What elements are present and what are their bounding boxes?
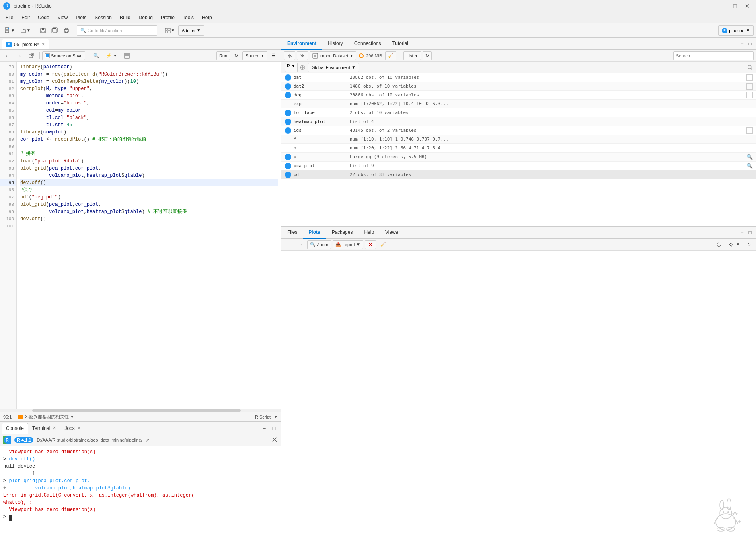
env-maximize-button[interactable]: □	[746, 40, 754, 47]
env-item-ids[interactable]: ids 43145 obs. of 2 variables	[281, 126, 756, 135]
print-button[interactable]	[61, 25, 72, 36]
global-env-button[interactable]: Global Environment ▼	[308, 63, 360, 72]
env-item-n[interactable]: n num [1:20, 1:22] 2.66 4.71 4.7 6.4...	[281, 144, 756, 153]
menu-item-session[interactable]: Session	[90, 13, 116, 22]
env-tab-connections[interactable]: Connections	[349, 38, 387, 50]
env-item-p[interactable]: p Large gg (9 elements, 5.5 MB) 🔍	[281, 153, 756, 162]
goto-file-input[interactable]: 🔍 Go to file/function	[77, 25, 157, 36]
dat2-checkbox[interactable]	[746, 83, 753, 90]
broom-button[interactable]: 🧹	[385, 51, 396, 60]
prev-plot-button[interactable]: ←	[284, 240, 294, 249]
open-button[interactable]: ▼	[18, 25, 33, 36]
menu-item-help[interactable]: Help	[198, 13, 216, 22]
console-tab-jobs[interactable]: Jobs ✕	[60, 423, 84, 434]
files-maximize-button[interactable]: □	[746, 229, 754, 236]
menu-item-tools[interactable]: Tools	[179, 13, 198, 22]
env-search-input[interactable]	[673, 51, 754, 60]
menu-item-plots[interactable]: Plots	[72, 13, 91, 22]
env-item-pca-plot[interactable]: pca_plot List of 9 🔍	[281, 162, 756, 170]
compile-button[interactable]	[121, 51, 133, 60]
new-file-button[interactable]: ▼	[2, 25, 17, 36]
editor-tab-plots[interactable]: R 05_plots.R* ✕	[2, 39, 49, 49]
menu-item-debug[interactable]: Debug	[135, 13, 157, 22]
main-layout: R 05_plots.R* ✕ ← → Source on Save	[0, 38, 756, 542]
remove-plot-button[interactable]	[365, 240, 376, 249]
menu-item-view[interactable]: View	[53, 13, 72, 22]
addins-button[interactable]: Addins ▼	[178, 25, 205, 36]
ids-checkbox[interactable]	[746, 127, 753, 134]
show-in-new-window[interactable]	[26, 51, 37, 60]
more-button[interactable]: ☰	[269, 51, 279, 60]
refresh-button[interactable]: ↻	[423, 51, 432, 60]
env-tab-tutorial[interactable]: Tutorial	[386, 38, 414, 50]
editor-scrollbar[interactable]	[0, 409, 281, 412]
env-item-deg[interactable]: deg 20866 obs. of 10 variables	[281, 91, 756, 100]
env-item-heatmap-plot[interactable]: heatmap_plot List of 4	[281, 117, 756, 126]
menu-item-file[interactable]: File	[2, 13, 17, 22]
maximize-button[interactable]: □	[729, 0, 741, 12]
pca-plot-zoom-icon[interactable]: 🔍	[746, 163, 753, 169]
console-tab-terminal[interactable]: Terminal ✕	[28, 423, 60, 434]
env-item-for-label[interactable]: for_label 2 obs. of 10 variables	[281, 108, 756, 117]
console-maximize-button[interactable]: □	[270, 424, 278, 432]
env-item-dat2[interactable]: dat2 1486 obs. of 10 variables	[281, 82, 756, 91]
files-tab-files[interactable]: Files	[281, 227, 303, 239]
source-button[interactable]: Source ▼	[242, 51, 267, 60]
back-button[interactable]: ←	[2, 51, 12, 60]
rerun-button[interactable]: ↻	[232, 51, 241, 60]
load-workspace-button[interactable]	[284, 51, 295, 60]
code-line-91: # 拼图	[20, 150, 278, 157]
env-tab-history[interactable]: History	[322, 38, 348, 50]
zoom-button[interactable]: 🔍 Zoom	[307, 240, 331, 249]
code-line-87: tl.srt=45)	[20, 121, 278, 129]
next-plot-button[interactable]: →	[296, 240, 306, 249]
project-button[interactable]: R pipeline ▼	[718, 25, 754, 36]
r-select[interactable]: R ▼	[285, 63, 298, 72]
env-tab-environment[interactable]: Environment	[281, 38, 322, 50]
console-content[interactable]: Viewport has zero dimension(s) > dev.off…	[0, 446, 281, 542]
files-tab-plots[interactable]: Plots	[303, 227, 326, 239]
grid-button[interactable]: ▼	[162, 25, 177, 36]
deg-checkbox[interactable]	[746, 92, 753, 98]
env-item-pd[interactable]: pd 22 obs. of 33 variables	[281, 170, 756, 179]
files-tab-help[interactable]: Help	[358, 227, 380, 239]
plots-refresh2-button[interactable]: ↻	[744, 240, 754, 249]
list-view-button[interactable]: List ▼	[403, 51, 421, 60]
files-tab-viewer[interactable]: Viewer	[380, 227, 405, 239]
import-dataset-button[interactable]: Import Dataset ▼	[310, 51, 356, 60]
files-minimize-button[interactable]: −	[738, 229, 746, 236]
console-clear-button[interactable]	[271, 436, 278, 444]
save-button[interactable]	[38, 25, 48, 36]
code-tools-button[interactable]: ⚡▼	[103, 51, 120, 60]
save-all-button[interactable]	[49, 25, 60, 36]
terminal-close-icon[interactable]: ✕	[53, 425, 56, 431]
code-editor[interactable]: 79 80 81 82 83 84 85 86 87 88 89 90 91 9…	[0, 62, 281, 409]
forward-button[interactable]: →	[14, 51, 24, 60]
code-content[interactable]: library(paletteer) my_color = rev(palett…	[17, 62, 281, 409]
env-item-dat[interactable]: dat 20862 obs. of 10 variables	[281, 73, 756, 82]
jobs-close-icon[interactable]: ✕	[77, 425, 81, 431]
plots-refresh-button[interactable]	[713, 240, 725, 249]
env-item-exp[interactable]: exp num [1:20862, 1:22] 10.4 10.92 6.3..…	[281, 100, 756, 108]
source-on-save-checkbox[interactable]: Source on Save	[42, 51, 85, 60]
dat-checkbox[interactable]	[746, 74, 753, 81]
console-tab-console[interactable]: Console	[2, 423, 28, 434]
menu-item-code[interactable]: Code	[34, 13, 53, 22]
files-tab-packages[interactable]: Packages	[326, 227, 359, 239]
plots-view-button[interactable]: ▼	[726, 240, 743, 249]
save-workspace-button[interactable]	[297, 51, 308, 60]
close-button[interactable]: ✕	[742, 0, 753, 12]
p-zoom-icon[interactable]: 🔍	[746, 154, 753, 160]
minimize-button[interactable]: −	[717, 0, 729, 12]
export-button[interactable]: 📤 Export ▼	[333, 240, 363, 249]
tab-close-icon[interactable]: ✕	[41, 42, 45, 47]
menu-item-edit[interactable]: Edit	[17, 13, 34, 22]
env-minimize-button[interactable]: −	[738, 40, 746, 47]
menu-item-profile[interactable]: Profile	[157, 13, 179, 22]
console-minimize-button[interactable]: −	[260, 424, 268, 432]
broom-plots-button[interactable]: 🧹	[378, 240, 389, 249]
menu-item-build[interactable]: Build	[116, 13, 135, 22]
find-button[interactable]: 🔍	[90, 51, 102, 60]
env-item-M[interactable]: M num [1:10, 1:10] 1 0.746 0.707 0.7...	[281, 135, 756, 144]
run-button[interactable]: Run	[216, 51, 230, 60]
